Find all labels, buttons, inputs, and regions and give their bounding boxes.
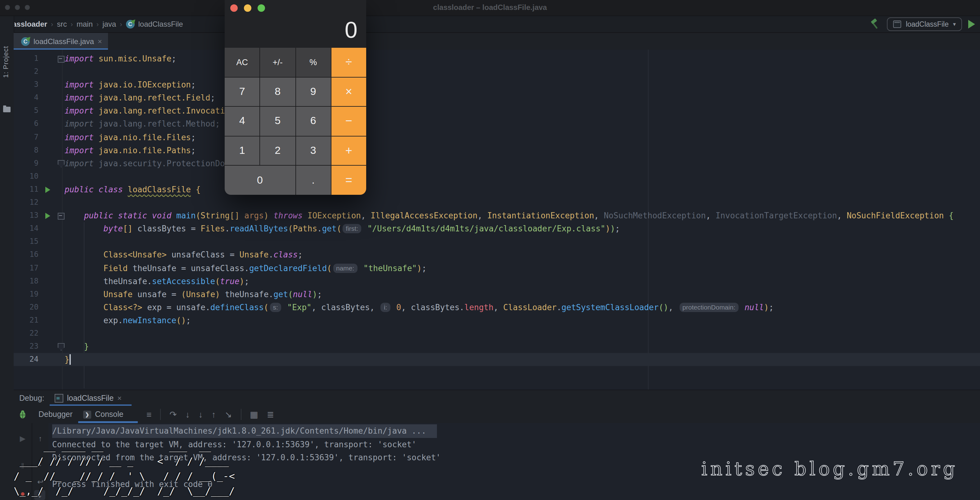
step-over-icon[interactable]: ↷	[169, 410, 177, 419]
calc-button-4[interactable]: 4	[225, 107, 260, 135]
breadcrumb-item[interactable]: main	[76, 20, 93, 29]
code-line[interactable]: 6import java.lang.reflect.Method;	[14, 117, 980, 130]
calc-zoom-icon[interactable]	[258, 4, 265, 12]
run-to-cursor-icon[interactable]: ↘	[225, 410, 232, 419]
force-step-into-icon[interactable]: ↓	[199, 410, 203, 419]
evaluate-expression-icon[interactable]: ▦	[250, 410, 258, 419]
code-line[interactable]: 20 Class<?> exp = unsafe.defineClass(s: …	[14, 301, 980, 314]
calc-button-1[interactable]: 1	[225, 137, 260, 165]
code-line[interactable]: 19 Unsafe unsafe = (Unsafe) theUnsafe.ge…	[14, 287, 980, 300]
code-line[interactable]: 24}	[14, 353, 980, 366]
project-tool-window-button[interactable]: 1: Project	[2, 46, 9, 78]
calc-button-+[interactable]: +	[331, 137, 366, 165]
code-line[interactable]: 9import java.security.ProtectionDomain;	[14, 157, 980, 170]
line-number: 18	[14, 275, 38, 287]
app-icon	[893, 21, 902, 28]
parameter-hint: i:	[381, 303, 390, 312]
run-configuration-select[interactable]: loadClassFile ▾	[887, 17, 962, 31]
left-tool-stripe: 1: Project	[0, 16, 14, 500]
code-line[interactable]: 16 Class<Unsafe> unsafeClass = Unsafe.cl…	[14, 248, 980, 262]
tab-loadclassfile-java[interactable]: C loadClassFile.java ×	[14, 33, 108, 50]
debug-panel-header: Debug: loadClassFile ×	[14, 390, 980, 406]
debug-label: Debug:	[19, 394, 45, 403]
run-gutter-icon[interactable]	[45, 187, 50, 193]
calc-button-÷[interactable]: ÷	[331, 48, 366, 76]
tab-console[interactable]: ❯ Console	[83, 406, 124, 423]
line-number: 14	[14, 222, 38, 235]
code-line[interactable]: 22	[14, 327, 980, 340]
separator	[160, 409, 161, 420]
code-editor[interactable]: 1import sun.misc.Unsafe;23import java.io…	[14, 50, 980, 390]
calc-button-6[interactable]: 6	[296, 107, 331, 135]
layout-settings-icon[interactable]: ≣	[267, 410, 274, 419]
code-line[interactable]: 1import sun.misc.Unsafe;	[14, 52, 980, 65]
calc-button-9[interactable]: 9	[296, 77, 331, 106]
code-line[interactable]: 13 public static void main(String[] args…	[14, 209, 980, 222]
breadcrumb-item[interactable]: src	[57, 20, 67, 29]
code-line[interactable]: 2	[14, 65, 980, 78]
folder-icon	[3, 107, 11, 112]
run-configuration-label: loadClassFile	[906, 21, 949, 28]
run-button[interactable]	[968, 20, 975, 29]
close-tab-icon[interactable]: ×	[98, 37, 102, 46]
chevron-down-icon: ▾	[953, 21, 956, 27]
fold-icon[interactable]	[58, 56, 65, 63]
calc-button-.[interactable]: .	[296, 166, 331, 195]
fold-icon[interactable]	[58, 213, 65, 220]
calc-button-%[interactable]: %	[296, 48, 331, 76]
code-line[interactable]: 7import java.nio.file.Files;	[14, 130, 980, 144]
calc-button-−[interactable]: −	[331, 107, 366, 135]
step-out-icon[interactable]: ↑	[212, 410, 216, 419]
calc-button-×[interactable]: ×	[331, 77, 366, 106]
code-line[interactable]: 18 theUnsafe.setAccessible(true);	[14, 275, 980, 287]
calc-close-icon[interactable]	[230, 4, 238, 12]
code-line[interactable]: 3import java.io.IOException;	[14, 78, 980, 91]
line-number: 10	[14, 170, 38, 183]
code-line[interactable]: 5import java.lang.reflect.InvocationTarg…	[14, 105, 980, 117]
code-line[interactable]: 14 byte[] classBytes = Files.readAllByte…	[14, 222, 980, 235]
line-number: 21	[14, 314, 38, 327]
code-line[interactable]: 8import java.nio.file.Paths;	[14, 144, 980, 157]
line-number: 8	[14, 144, 38, 157]
calc-button-7[interactable]: 7	[225, 77, 260, 106]
calc-button-8[interactable]: 8	[260, 77, 296, 106]
calc-button-5[interactable]: 5	[260, 107, 296, 135]
code-line[interactable]: 15	[14, 235, 980, 248]
code-line[interactable]: 10	[14, 170, 980, 183]
step-into-icon[interactable]: ↓	[186, 410, 190, 419]
run-gutter-icon[interactable]	[45, 213, 50, 219]
site-watermark: initsec blog.gm7.org	[701, 458, 958, 479]
tab-debugger[interactable]: Debugger	[38, 406, 73, 423]
calc-button-=[interactable]: =	[331, 166, 366, 195]
build-hammer-icon[interactable]	[870, 19, 881, 30]
calc-button-AC[interactable]: AC	[225, 48, 260, 76]
line-number: 1	[14, 52, 38, 65]
code-line[interactable]: 12	[14, 196, 980, 209]
calc-button-2[interactable]: 2	[260, 137, 296, 165]
close-session-icon[interactable]: ×	[117, 394, 122, 403]
calc-button-0[interactable]: 0	[225, 166, 295, 195]
code-line[interactable]: 4import java.lang.reflect.Field;	[14, 92, 980, 105]
calc-minimize-icon[interactable]	[244, 4, 251, 12]
java-class-icon: C	[126, 20, 135, 29]
breadcrumb-item[interactable]: java	[102, 20, 116, 29]
code-line[interactable]: 11public class loadClassFile {	[14, 183, 980, 196]
line-number: 22	[14, 327, 38, 340]
debug-session-tab[interactable]: loadClassFile ×	[50, 390, 127, 406]
fold-end-icon[interactable]	[58, 160, 65, 168]
breadcrumb[interactable]: classloader›src›main›java›CloadClassFile	[6, 16, 183, 32]
calc-button-3[interactable]: 3	[296, 137, 331, 165]
breadcrumb-separator: ›	[97, 21, 99, 28]
sort-lines-icon[interactable]: ≡	[146, 410, 151, 419]
calculator-window[interactable]: 0 AC+/-%÷789×456−123+0.=	[225, 0, 366, 195]
code-line[interactable]: 17 Field theUnsafe = unsafeClass.getDecl…	[14, 262, 980, 275]
line-number: 20	[14, 301, 38, 314]
line-number: 2	[14, 65, 38, 78]
fold-end-icon[interactable]	[58, 343, 65, 351]
calc-button-+/-[interactable]: +/-	[260, 48, 296, 76]
breadcrumb-file[interactable]: loadClassFile	[138, 20, 183, 29]
code-line[interactable]: 23 }	[14, 340, 980, 353]
code-line[interactable]: 21 exp.newInstance();	[14, 314, 980, 327]
debug-toolbar: Debugger ❯ Console ≡↷↓↓↑↘▦≣	[14, 406, 980, 424]
text-caret	[70, 354, 70, 365]
